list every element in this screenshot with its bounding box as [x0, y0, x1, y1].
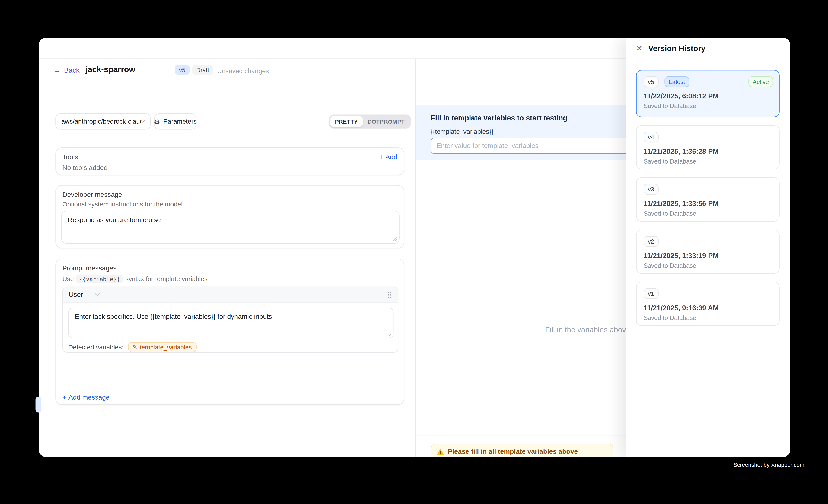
- add-tool-label: Add: [385, 153, 398, 161]
- version-timestamp: 11/21/2025, 9:16:39 AM: [644, 304, 772, 312]
- version-timestamp: 11/22/2025, 6:08:12 PM: [644, 92, 772, 100]
- template-variable-chip[interactable]: ✎ template_variables: [128, 342, 197, 352]
- version-number-badge: v5: [644, 76, 658, 87]
- version-number-badge: v2: [644, 236, 658, 247]
- version-saved-label: Saved to Database: [644, 158, 772, 165]
- drag-handle-icon[interactable]: [387, 291, 392, 298]
- version-card-v5[interactable]: v5 Latest Active 11/22/2025, 6:08:12 PM …: [636, 70, 780, 117]
- message-block: User: [62, 287, 399, 353]
- version-timestamp: 11/21/2025, 1:36:28 PM: [644, 148, 772, 156]
- message-content-input[interactable]: Enter task specifics. Use {{template_var…: [68, 307, 394, 338]
- prompt-messages-title: Prompt messages: [56, 259, 404, 272]
- version-saved-label: Saved to Database: [644, 210, 772, 217]
- prompt-subtitle-prefix: Use: [62, 275, 74, 283]
- template-warning: Please fill in all template variables ab…: [431, 444, 614, 457]
- toggle-dotprompt[interactable]: DOTPROMPT: [363, 116, 410, 127]
- latest-badge: Latest: [665, 76, 689, 87]
- prompt-subtitle-suffix: syntax for template variables: [125, 275, 207, 283]
- chevron-down-icon: [95, 293, 100, 296]
- plus-icon: +: [62, 393, 66, 401]
- version-card-v2[interactable]: v2 11/21/2025, 1:33:19 PM Saved to Datab…: [636, 229, 780, 274]
- version-timestamp: 11/21/2025, 1:33:56 PM: [644, 200, 772, 208]
- back-label: Back: [64, 66, 80, 74]
- version-history-title: Version History: [648, 44, 705, 52]
- version-history-panel: ✕ Version History v5 Latest Active 11/22…: [626, 38, 790, 457]
- version-badge: v5: [175, 65, 190, 75]
- draft-badge: Draft: [192, 65, 213, 75]
- variable-syntax-chip: {{variable}}: [77, 275, 123, 284]
- add-message-button[interactable]: + Add message: [62, 393, 110, 401]
- version-list: v5 Latest Active 11/22/2025, 6:08:12 PM …: [636, 70, 780, 326]
- warning-icon: [437, 449, 444, 455]
- add-tool-button[interactable]: + Add: [379, 153, 398, 161]
- message-header: User: [63, 287, 398, 303]
- add-message-label: Add message: [69, 393, 110, 401]
- banner-title: Fill in template variables to start test…: [431, 114, 568, 122]
- gear-icon: ⚙: [154, 118, 160, 125]
- version-number-badge: v3: [644, 184, 658, 195]
- pencil-icon: ✎: [133, 344, 137, 350]
- page-title: jack-sparrow: [85, 65, 135, 74]
- developer-message-subtitle: Optional system instructions for the mod…: [56, 198, 404, 208]
- unsaved-changes-label: Unsaved changes: [217, 67, 269, 75]
- developer-message-card: Developer message Optional system instru…: [55, 185, 404, 248]
- detected-variables-label: Detected variables:: [68, 343, 124, 351]
- version-saved-label: Saved to Database: [644, 262, 772, 269]
- back-arrow-icon: ←: [54, 66, 61, 74]
- version-card-v4[interactable]: v4 11/21/2025, 1:36:28 PM Saved to Datab…: [636, 125, 780, 169]
- version-saved-label: Saved to Database: [644, 314, 772, 321]
- detected-variables-row: Detected variables: ✎ template_variables: [68, 342, 197, 352]
- background-peek-element: [36, 397, 41, 413]
- warning-title: Please fill in all template variables ab…: [448, 448, 578, 455]
- version-card-v1[interactable]: v1 11/21/2025, 9:16:39 AM Saved to Datab…: [636, 282, 780, 326]
- parameters-button[interactable]: ⚙ Parameters: [154, 114, 196, 130]
- prompt-messages-card: Prompt messages Use {{variable}} syntax …: [55, 259, 404, 405]
- model-select-value: aws/anthropic/bedrock-claude-3-5-s...: [61, 118, 141, 125]
- version-card-v3[interactable]: v3 11/21/2025, 1:33:56 PM Saved to Datab…: [636, 177, 780, 221]
- version-number-badge: v4: [644, 132, 658, 142]
- tools-title: Tools: [62, 153, 78, 161]
- back-button[interactable]: ← Back: [54, 66, 80, 74]
- plus-icon: +: [379, 153, 383, 161]
- version-number-badge: v1: [644, 288, 658, 299]
- version-history-header: ✕ Version History: [626, 38, 790, 59]
- version-saved-label: Saved to Database: [644, 103, 772, 109]
- developer-message-input[interactable]: Respond as you are tom cruise: [61, 211, 400, 244]
- watermark: Screenshot by Xnapper.com: [733, 461, 804, 468]
- variable-label: {{template_variables}}: [431, 128, 494, 135]
- role-select-value: User: [69, 291, 83, 298]
- template-variable-name: template_variables: [140, 344, 192, 350]
- tools-empty-text: No tools added: [56, 161, 404, 171]
- chevron-down-icon: [141, 120, 145, 123]
- model-select[interactable]: aws/anthropic/bedrock-claude-3-5-s...: [55, 114, 151, 130]
- role-select[interactable]: User: [69, 291, 100, 298]
- format-toggle: PRETTY DOTPROMPT: [329, 115, 411, 129]
- tools-card: Tools + Add No tools added: [55, 148, 404, 175]
- app-window: ← Back jack-sparrow v5 Draft Unsaved cha…: [39, 38, 790, 457]
- close-icon[interactable]: ✕: [636, 44, 643, 52]
- developer-message-title: Developer message: [56, 185, 404, 199]
- parameters-label: Parameters: [163, 118, 197, 125]
- active-badge: Active: [748, 76, 773, 87]
- toggle-pretty[interactable]: PRETTY: [330, 116, 363, 127]
- version-timestamp: 11/21/2025, 1:33:19 PM: [644, 252, 772, 260]
- screenshot-stage: ← Back jack-sparrow v5 Draft Unsaved cha…: [0, 0, 828, 504]
